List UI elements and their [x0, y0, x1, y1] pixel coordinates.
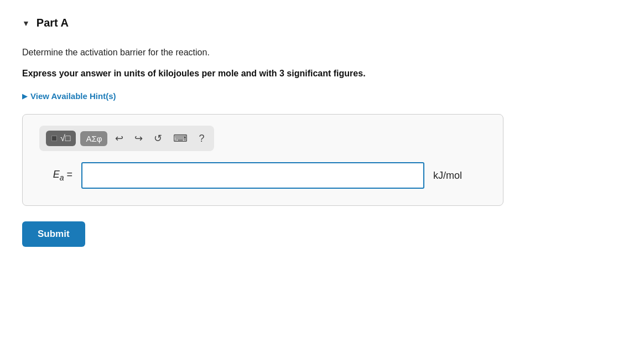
toolbar: √□ ΑΣφ ↩ ↪ ↺ ⌨ ?: [39, 126, 214, 151]
part-title: Part A: [37, 17, 69, 29]
redo-button[interactable]: ↪: [131, 130, 146, 147]
keyboard-button[interactable]: ⌨: [170, 130, 191, 147]
question-line2: Express your answer in units of kilojoul…: [22, 67, 622, 80]
sqrt-icon: √□: [60, 133, 70, 143]
hint-link[interactable]: ▶ View Available Hint(s): [22, 91, 622, 101]
answer-input[interactable]: [81, 162, 424, 189]
equation-equals: =: [66, 169, 72, 180]
hint-arrow-icon: ▶: [22, 92, 27, 100]
part-header: ▼ Part A: [22, 17, 622, 29]
submit-button[interactable]: Submit: [22, 221, 85, 247]
unit-label: kJ/mol: [433, 170, 462, 182]
answer-box: √□ ΑΣφ ↩ ↪ ↺ ⌨ ?: [22, 114, 503, 206]
collapse-arrow-icon[interactable]: ▼: [22, 19, 30, 28]
undo-button[interactable]: ↩: [112, 130, 127, 147]
redo-icon: ↪: [134, 132, 143, 144]
hint-link-label: View Available Hint(s): [30, 91, 116, 101]
keyboard-icon: ⌨: [173, 132, 188, 144]
equation-E: E: [53, 169, 60, 180]
math-small-square-icon: [51, 136, 57, 141]
reset-icon: ↺: [154, 132, 162, 144]
equation-label: Ea =: [39, 169, 72, 182]
help-button[interactable]: ?: [195, 131, 207, 147]
symbol-group-button[interactable]: ΑΣφ: [80, 131, 107, 146]
page-container: ▼ Part A Determine the activation barrie…: [0, 0, 644, 352]
undo-icon: ↩: [115, 132, 123, 144]
help-icon: ?: [199, 133, 204, 144]
input-row: Ea = kJ/mol: [39, 162, 486, 189]
equation-subscript-a: a: [60, 173, 64, 182]
reset-button[interactable]: ↺: [150, 130, 165, 147]
question-line1: Determine the activation barrier for the…: [22, 46, 622, 59]
math-group-button[interactable]: √□: [46, 131, 76, 146]
